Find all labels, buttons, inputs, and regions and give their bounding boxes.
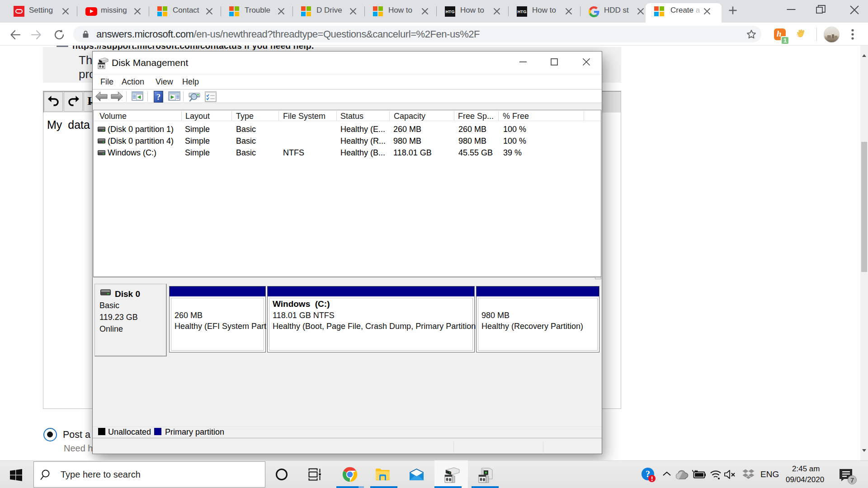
svg-text:7: 7 — [850, 476, 854, 484]
svg-text:?: ? — [156, 92, 161, 102]
